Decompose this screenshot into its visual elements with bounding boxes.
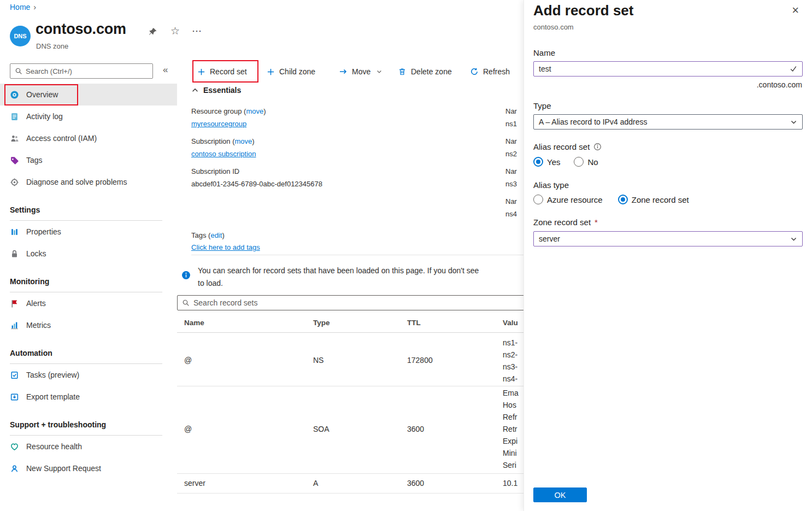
sidebar-item-activity-log[interactable]: Activity log bbox=[0, 105, 177, 127]
subscription-move-link[interactable]: move bbox=[234, 137, 252, 145]
cell-type: SOA bbox=[313, 425, 329, 433]
radio-azure-resource[interactable] bbox=[533, 195, 543, 204]
name-label: Name bbox=[533, 48, 555, 57]
alias-record-set-label: Alias record set bbox=[533, 142, 602, 151]
sidebar-item-label: Overview bbox=[26, 90, 58, 99]
tasks-icon bbox=[10, 371, 19, 380]
search-icon bbox=[15, 67, 22, 75]
sidebar-item-label: Access control (IAM) bbox=[26, 134, 97, 143]
zone-record-set-dropdown[interactable]: server bbox=[533, 231, 803, 246]
page-subtitle: DNS zone bbox=[36, 42, 68, 50]
name-server-2-label: Nar bbox=[505, 137, 517, 145]
name-server-3-label: Nar bbox=[505, 167, 517, 175]
add-tags-link[interactable]: Click here to add tags bbox=[191, 243, 260, 251]
pin-icon[interactable] bbox=[149, 27, 157, 38]
cell-value-line: Seri bbox=[503, 461, 516, 469]
sidebar-item-locks[interactable]: Locks bbox=[0, 243, 177, 265]
subscription-value-link[interactable]: contoso subscription bbox=[191, 150, 256, 158]
panel-title: Add record set bbox=[533, 2, 634, 19]
sidebar-item-metrics[interactable]: Metrics bbox=[0, 314, 177, 336]
sidebar-section-support: Support + troubleshooting bbox=[0, 414, 177, 435]
support-request-icon bbox=[10, 464, 19, 473]
tags-label: Tags (edit) bbox=[191, 231, 225, 239]
sidebar-item-access-control[interactable]: Access control (IAM) bbox=[0, 127, 177, 149]
sidebar-item-label: Locks bbox=[26, 249, 46, 258]
favorite-star-icon[interactable]: ☆ bbox=[170, 25, 180, 37]
name-server-3-value: ns3 bbox=[505, 180, 517, 188]
cell-value-line: Hos bbox=[503, 401, 516, 409]
resource-group-label: Resource group (move) bbox=[191, 107, 266, 115]
column-header-ttl[interactable]: TTL bbox=[407, 319, 421, 327]
sidebar-item-resource-health[interactable]: Resource health bbox=[0, 436, 177, 457]
chevron-up-icon bbox=[191, 86, 199, 94]
tags-icon bbox=[10, 156, 19, 165]
ok-button[interactable]: OK bbox=[533, 487, 587, 502]
sidebar-item-label: Metrics bbox=[26, 321, 51, 330]
column-header-value[interactable]: Valu bbox=[503, 319, 518, 327]
move-button[interactable]: Move bbox=[339, 61, 383, 82]
column-header-name[interactable]: Name bbox=[184, 319, 204, 327]
sidebar-item-label: Properties bbox=[26, 227, 61, 236]
record-set-button-label: Record set bbox=[210, 67, 247, 76]
radio-yes-label: Yes bbox=[547, 157, 560, 167]
sidebar-item-alerts[interactable]: Alerts bbox=[0, 292, 177, 314]
cell-value-line: Retr bbox=[503, 425, 517, 433]
type-dropdown[interactable]: A – Alias record to IPv4 address bbox=[533, 114, 803, 130]
resource-group-value-link[interactable]: myresourcegroup bbox=[191, 120, 246, 128]
sidebar-item-label: Resource health bbox=[26, 442, 82, 451]
alerts-icon bbox=[10, 299, 19, 308]
sidebar-item-label: Export template bbox=[26, 392, 80, 401]
sidebar-item-new-support-request[interactable]: New Support Request bbox=[0, 457, 177, 479]
properties-icon bbox=[10, 227, 19, 237]
essentials-toggle[interactable]: Essentials bbox=[191, 86, 241, 95]
sidebar-collapse-icon[interactable]: « bbox=[163, 64, 168, 75]
record-set-button[interactable]: Record set bbox=[197, 61, 247, 82]
sidebar-nav: Overview Activity log Access control (IA… bbox=[0, 84, 177, 479]
cell-type: NS bbox=[313, 356, 323, 365]
sidebar-item-diagnose[interactable]: Diagnose and solve problems bbox=[0, 171, 177, 193]
tags-edit-link[interactable]: edit bbox=[210, 231, 222, 239]
dns-zone-avatar: DNS bbox=[10, 26, 31, 46]
azure-portal-dns-zone-page: Home› DNS contoso.com ☆ ⋯ DNS zone « Ove… bbox=[0, 0, 812, 511]
child-zone-button[interactable]: Child zone bbox=[267, 61, 315, 82]
export-template-icon bbox=[10, 392, 19, 402]
info-icon[interactable] bbox=[593, 143, 602, 151]
name-server-4-label: Nar bbox=[505, 197, 517, 205]
move-arrow-icon bbox=[339, 67, 348, 76]
diagnose-icon bbox=[10, 178, 19, 187]
locks-icon bbox=[10, 249, 19, 259]
cell-value-line: ns3- bbox=[503, 362, 517, 371]
sidebar-item-properties[interactable]: Properties bbox=[0, 221, 177, 243]
sidebar-item-export-template[interactable]: Export template bbox=[0, 386, 177, 408]
close-icon[interactable]: × bbox=[792, 4, 799, 16]
radio-yes[interactable] bbox=[533, 157, 543, 167]
resource-health-icon bbox=[10, 442, 19, 451]
name-input[interactable] bbox=[539, 64, 790, 73]
breadcrumb: Home› bbox=[10, 2, 36, 11]
cell-value-line: ns4- bbox=[503, 374, 517, 383]
sidebar-item-tasks[interactable]: Tasks (preview) bbox=[0, 364, 177, 386]
radio-no[interactable] bbox=[574, 157, 584, 167]
sidebar-section-settings: Settings bbox=[0, 199, 177, 220]
name-suffix: .contoso.com bbox=[757, 80, 802, 89]
name-server-2-value: ns2 bbox=[505, 150, 517, 158]
cell-value-line: ns2- bbox=[503, 350, 517, 359]
radio-azure-resource-label: Azure resource bbox=[547, 195, 603, 204]
column-header-type[interactable]: Type bbox=[313, 319, 330, 327]
breadcrumb-home-link[interactable]: Home bbox=[10, 3, 30, 11]
cell-ttl: 3600 bbox=[407, 425, 424, 433]
refresh-button-label: Refresh bbox=[483, 67, 510, 76]
more-options-icon[interactable]: ⋯ bbox=[192, 25, 202, 37]
resource-group-move-link[interactable]: move bbox=[246, 107, 263, 115]
sidebar-search-input[interactable] bbox=[26, 67, 148, 75]
type-dropdown-value: A – Alias record to IPv4 address bbox=[539, 118, 790, 126]
radio-zone-record-set[interactable] bbox=[618, 195, 628, 204]
delete-zone-button[interactable]: Delete zone bbox=[398, 61, 452, 82]
refresh-button[interactable]: Refresh bbox=[470, 61, 510, 82]
info-icon bbox=[181, 271, 191, 280]
sidebar-item-tags[interactable]: Tags bbox=[0, 149, 177, 171]
cell-ttl: 3600 bbox=[407, 479, 424, 487]
name-server-1-value: ns1 bbox=[505, 120, 517, 128]
name-server-1-label: Nar bbox=[505, 107, 517, 115]
sidebar-item-overview[interactable]: Overview bbox=[0, 84, 177, 105]
